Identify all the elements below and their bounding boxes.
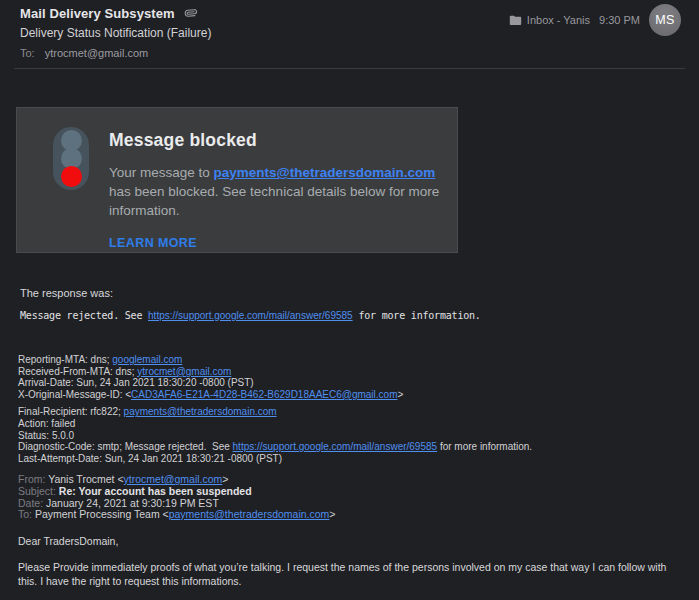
header-divider: [14, 68, 685, 69]
diagnostic-support-link[interactable]: https://support.google.com/mail/answer/6…: [233, 441, 438, 452]
to-line: To: ytrocmet@gmail.com: [20, 47, 681, 59]
timestamp: 9:30 PM: [599, 14, 640, 26]
avatar[interactable]: MS: [649, 4, 681, 36]
reporting-mta-link[interactable]: googlemail.com: [112, 354, 182, 365]
message-header: Mail Delivery Subsystem Inbox - Yanis 9:…: [0, 0, 699, 59]
body-greeting: Dear TradersDomain,: [18, 535, 686, 549]
to-label: To:: [20, 47, 35, 59]
status-line: Status: 5.0.0: [18, 430, 699, 442]
response-prefix: Message rejected. See: [20, 310, 148, 321]
quoted-to-email-link[interactable]: payments@thetradersdomain.com: [169, 508, 330, 520]
blocked-description: Your message to payments@thetradersdomai…: [109, 163, 444, 220]
original-message-id-link[interactable]: CAD3AFA6-E21A-4D28-B462-B629D18AAEC6@gma…: [131, 389, 397, 400]
to-recipient[interactable]: ytrocmet@gmail.com: [45, 47, 148, 59]
quoted-date-label: Date:: [18, 497, 46, 509]
quoted-subject-value: Re: Your account has been suspended: [59, 485, 252, 497]
final-recipient-line: Final-Recipient: rfc822; payments@thetra…: [18, 406, 699, 418]
quoted-from-label: From:: [18, 473, 48, 485]
paperclip-icon: [185, 7, 197, 19]
response-section: The response was: Message rejected. See …: [20, 287, 699, 321]
action-line: Action: failed: [18, 418, 699, 430]
avatar-initials: MS: [655, 13, 674, 27]
quoted-message-headers: From: Yanis Trocmet <ytrocmet@gmail.com>…: [18, 474, 699, 520]
blocked-title: Message blocked: [109, 130, 437, 151]
recipient-email-link[interactable]: payments@thetradersdomain.com: [214, 165, 436, 180]
message-blocked-card: Message blocked Your message to payments…: [16, 107, 458, 253]
diagnostic-code-line: Diagnostic-Code: smtp; Message rejected.…: [18, 441, 699, 453]
sender-name: Mail Delivery Subsystem: [20, 6, 175, 21]
mailbox-label: Inbox - Yanis: [527, 14, 590, 26]
quoted-to-line: To: Payment Processing Team <payments@th…: [18, 509, 699, 521]
traffic-light-lamp-red: [61, 166, 82, 187]
quoted-subject-label: Subject:: [18, 485, 59, 497]
blocked-desc-suffix: has been blocked. See technical details …: [109, 184, 439, 218]
body-paragraph: Please Provide immediately proofs of wha…: [18, 561, 686, 588]
traffic-light-icon: [53, 127, 89, 190]
support-article-link[interactable]: https://support.google.com/mail/answer/6…: [148, 310, 353, 321]
response-intro: The response was:: [20, 287, 699, 299]
reporting-mta-line: Reporting-MTA: dns; googlemail.com: [18, 354, 699, 366]
received-from-mta-line: Received-From-MTA: dns; ytrocmet@gmail.c…: [18, 366, 699, 378]
mail-message-view: Mail Delivery Subsystem Inbox - Yanis 9:…: [0, 0, 699, 600]
learn-more-link[interactable]: LEARN MORE: [109, 236, 197, 250]
quoted-from-email-link[interactable]: ytrocmet@gmail.com: [124, 473, 223, 485]
response-line: Message rejected. See https://support.go…: [20, 310, 699, 321]
response-suffix: for more information.: [353, 310, 481, 321]
mailbox-indicator: Inbox - Yanis: [509, 14, 590, 26]
received-from-mta-link[interactable]: ytrocmet@gmail.com: [137, 366, 231, 377]
original-message-id-line: X-Original-Message-ID: <CAD3AFA6-E21A-4D…: [18, 389, 699, 401]
final-recipient-link[interactable]: payments@thetradersdomain.com: [124, 406, 277, 417]
quoted-message-body: Dear TradersDomain, Please Provide immed…: [18, 535, 686, 600]
quoted-to-label: To:: [18, 508, 35, 520]
dsn-technical-details: Reporting-MTA: dns; googlemail.com Recei…: [18, 354, 699, 464]
folder-icon: [509, 15, 522, 26]
arrival-date-line: Arrival-Date: Sun, 24 Jan 2021 18:30:20 …: [18, 377, 699, 389]
quoted-date-value: January 24, 2021 at 9:30:19 PM EST: [46, 497, 219, 509]
blocked-desc-prefix: Your message to: [109, 165, 214, 180]
last-attempt-date-line: Last-Attempt-Date: Sun, 24 Jan 2021 18:3…: [18, 453, 699, 465]
